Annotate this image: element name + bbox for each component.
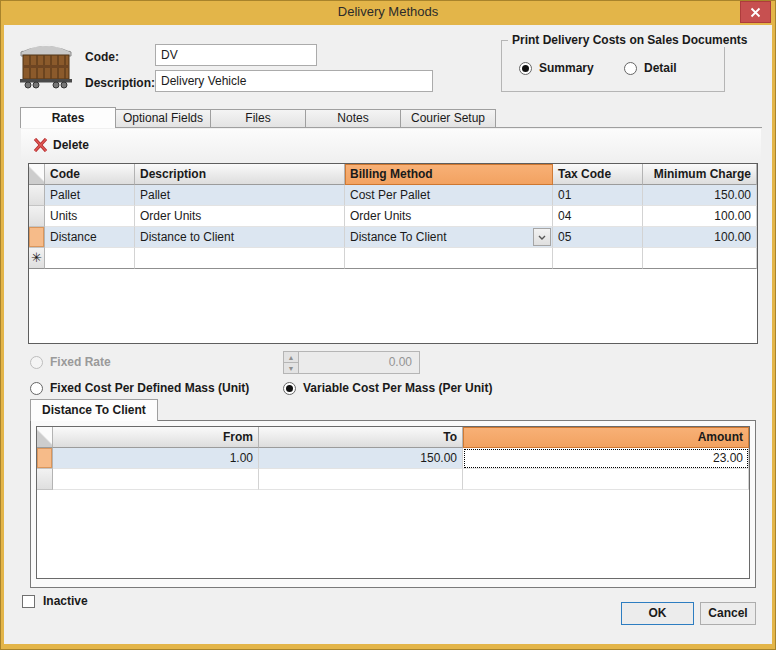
tab-courier-setup[interactable]: Courier Setup (400, 109, 496, 127)
new-row-asterisk-icon[interactable]: ✳ (29, 248, 45, 269)
cell-amount-focused[interactable]: 23.00 (463, 448, 749, 469)
detail-radio-circle (624, 62, 637, 75)
billing-method-dropdown-button[interactable] (533, 228, 551, 246)
distance-empty-row[interactable] (37, 469, 749, 490)
inactive-checkbox-label: Inactive (43, 594, 88, 608)
detail-radio[interactable]: Detail (624, 61, 677, 75)
summary-radio-label: Summary (539, 61, 594, 75)
delete-button[interactable]: Delete (30, 135, 95, 155)
fixed-rate-amount-value: 0.00 (299, 352, 419, 373)
cell-code[interactable]: Units (45, 206, 135, 227)
fixed-rate-spinner: ▲ ▼ 0.00 (283, 351, 420, 374)
delivery-method-icon (16, 36, 76, 90)
rates-row-distance[interactable]: Distance Distance to Client Distance To … (29, 227, 757, 248)
cell-code[interactable]: Pallet (45, 185, 135, 206)
cell-tax-code[interactable]: 01 (553, 185, 643, 206)
delete-button-label: Delete (53, 138, 89, 152)
current-row-selector[interactable] (29, 227, 45, 248)
cell-billing-method[interactable]: Cost Per Pallet (345, 185, 553, 206)
select-all-corner-cell[interactable] (37, 427, 53, 448)
fixed-cost-radio-circle (30, 382, 43, 395)
col-header-description[interactable]: Description (135, 164, 345, 185)
row-selector[interactable] (29, 185, 45, 206)
rates-row-units[interactable]: Units Order Units Order Units 04 100.00 (29, 206, 757, 227)
code-input[interactable]: DV (155, 44, 317, 66)
row-selector[interactable] (29, 206, 45, 227)
fixed-rate-radio-circle (30, 356, 43, 369)
variable-cost-radio-label: Variable Cost Per Mass (Per Unit) (303, 381, 492, 395)
tab-distance-to-client[interactable]: Distance To Client (30, 399, 158, 421)
cell-empty[interactable] (553, 248, 643, 269)
cell-empty[interactable] (643, 248, 757, 269)
variable-cost-radio-circle (283, 382, 296, 395)
tab-files[interactable]: Files (210, 109, 306, 127)
cell-to[interactable]: 150.00 (259, 448, 463, 469)
description-input[interactable]: Delivery Vehicle (155, 70, 433, 92)
distance-grid-header-row: From To Amount (37, 427, 749, 448)
cell-description[interactable]: Order Units (135, 206, 345, 227)
select-all-corner-cell[interactable] (29, 164, 45, 185)
col-header-billing-method[interactable]: Billing Method (345, 164, 553, 185)
cell-billing-method[interactable]: Distance To Client (345, 227, 553, 248)
distance-row-1[interactable]: 1.00 150.00 23.00 (37, 448, 749, 469)
cell-empty[interactable] (345, 248, 553, 269)
rates-grid-header-row: Code Description Billing Method Tax Code… (29, 164, 757, 185)
col-header-code[interactable]: Code (45, 164, 135, 185)
cell-minimum-charge[interactable]: 100.00 (643, 227, 757, 248)
fixed-rate-radio: Fixed Rate (30, 355, 111, 369)
col-header-to[interactable]: To (259, 427, 463, 448)
distance-panel: From To Amount 1.00 150.00 23.00 (30, 420, 756, 588)
cell-empty[interactable] (259, 469, 463, 490)
fixed-cost-per-mass-radio[interactable]: Fixed Cost Per Defined Mass (Unit) (30, 381, 249, 395)
fixed-rate-radio-label: Fixed Rate (50, 355, 111, 369)
spinner-buttons: ▲ ▼ (284, 352, 299, 373)
rates-new-row[interactable]: ✳ (29, 248, 757, 269)
tab-rates[interactable]: Rates (20, 107, 116, 128)
summary-radio[interactable]: Summary (519, 61, 594, 75)
close-button[interactable] (740, 1, 771, 23)
cell-minimum-charge[interactable]: 150.00 (643, 185, 757, 206)
close-icon (750, 7, 761, 18)
cell-description[interactable]: Pallet (135, 185, 345, 206)
description-label: Description: (85, 75, 155, 91)
cell-empty[interactable] (463, 469, 749, 490)
cell-empty[interactable] (53, 469, 259, 490)
row-selector[interactable] (37, 469, 53, 490)
distance-grid: From To Amount 1.00 150.00 23.00 (36, 426, 750, 579)
rates-grid: Code Description Billing Method Tax Code… (28, 163, 758, 344)
ok-button[interactable]: OK (621, 602, 694, 625)
cell-from[interactable]: 1.00 (53, 448, 259, 469)
print-delivery-costs-group: Print Delivery Costs on Sales Documents … (501, 40, 725, 92)
cell-tax-code[interactable]: 04 (553, 206, 643, 227)
chevron-down-icon (538, 235, 546, 240)
cell-code[interactable]: Distance (45, 227, 135, 248)
col-header-from[interactable]: From (53, 427, 259, 448)
fixed-cost-radio-label: Fixed Cost Per Defined Mass (Unit) (50, 381, 249, 395)
delete-x-icon (33, 138, 48, 152)
col-header-tax-code[interactable]: Tax Code (553, 164, 643, 185)
inactive-checkbox-box (22, 595, 35, 608)
cell-minimum-charge[interactable]: 100.00 (643, 206, 757, 227)
detail-radio-label: Detail (644, 61, 677, 75)
tab-optional-fields[interactable]: Optional Fields (115, 109, 211, 127)
tab-notes[interactable]: Notes (305, 109, 401, 127)
spinner-up-icon: ▲ (284, 352, 298, 363)
cell-empty[interactable] (45, 248, 135, 269)
cancel-button[interactable]: Cancel (700, 602, 756, 625)
cell-billing-method[interactable]: Order Units (345, 206, 553, 227)
titlebar[interactable]: Delivery Methods (0, 0, 776, 25)
billing-method-value: Distance To Client (350, 230, 447, 244)
cell-empty[interactable] (135, 248, 345, 269)
print-group-title: Print Delivery Costs on Sales Documents (508, 33, 751, 47)
rates-toolbar: Delete (21, 129, 761, 161)
summary-radio-circle (519, 62, 532, 75)
current-row-selector[interactable] (37, 448, 53, 469)
rates-row-pallet[interactable]: Pallet Pallet Cost Per Pallet 01 150.00 (29, 185, 757, 206)
cell-description[interactable]: Distance to Client (135, 227, 345, 248)
col-header-minimum-charge[interactable]: Minimum Charge (643, 164, 757, 185)
delivery-methods-dialog: Delivery Methods Code: DV Description: D… (0, 0, 776, 650)
col-header-amount[interactable]: Amount (463, 427, 749, 448)
variable-cost-per-mass-radio[interactable]: Variable Cost Per Mass (Per Unit) (283, 381, 492, 395)
inactive-checkbox[interactable]: Inactive (22, 594, 88, 608)
cell-tax-code[interactable]: 05 (553, 227, 643, 248)
